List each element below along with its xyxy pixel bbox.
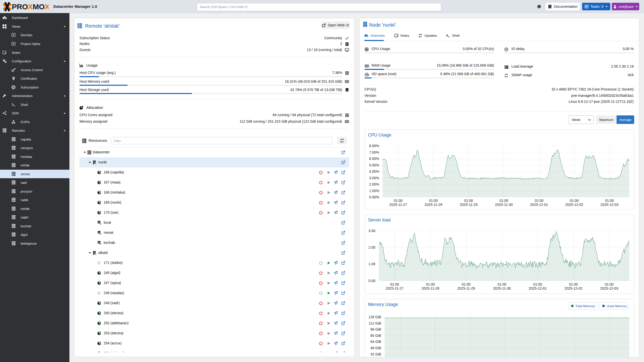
svg-text:2025-11-28: 2025-11-28	[425, 203, 442, 207]
svg-text:0.00%: 0.00%	[369, 195, 379, 199]
svg-text:0.00: 0.00	[369, 279, 375, 283]
svg-text:4.00%: 4.00%	[369, 169, 379, 173]
svg-text:01:00: 01:00	[429, 199, 438, 203]
svg-text:2025-11-30: 2025-11-30	[493, 286, 511, 290]
svg-text:128 GiB: 128 GiB	[368, 315, 381, 319]
svg-text:01:00: 01:00	[462, 282, 471, 286]
svg-text:01:00: 01:00	[499, 199, 508, 203]
svg-text:2025-11-29: 2025-11-29	[460, 203, 478, 207]
svg-text:32 GiB: 32 GiB	[370, 352, 381, 356]
svg-text:2025-11-29: 2025-11-29	[457, 286, 475, 290]
svg-text:2025-12-03: 2025-12-03	[600, 203, 619, 207]
svg-text:5.00%: 5.00%	[369, 163, 379, 167]
svg-text:3.00%: 3.00%	[369, 176, 379, 180]
svg-text:01:00: 01:00	[390, 282, 399, 286]
svg-text:64 GiB: 64 GiB	[370, 340, 381, 344]
svg-text:01:00: 01:00	[533, 282, 542, 286]
svg-text:01:00: 01:00	[605, 282, 614, 286]
svg-text:48 GiB: 48 GiB	[370, 346, 381, 350]
svg-text:01:00: 01:00	[498, 282, 506, 286]
svg-text:2.00: 2.00	[369, 245, 375, 249]
svg-text:2.00%: 2.00%	[369, 182, 379, 186]
svg-text:2025-12-02: 2025-12-02	[565, 203, 583, 207]
svg-text:2025-12-03: 2025-12-03	[600, 286, 618, 290]
svg-text:01:00: 01:00	[569, 282, 578, 286]
svg-text:01:00: 01:00	[464, 199, 473, 203]
svg-text:01:00: 01:00	[605, 199, 614, 203]
svg-text:8.00%: 8.00%	[369, 144, 379, 148]
svg-text:96 GiB: 96 GiB	[370, 327, 381, 331]
svg-text:01:00: 01:00	[570, 199, 579, 203]
svg-text:2025-11-30: 2025-11-30	[495, 203, 513, 207]
svg-text:2025-12-02: 2025-12-02	[565, 286, 583, 290]
svg-text:01:00: 01:00	[394, 199, 403, 203]
svg-text:112 GiB: 112 GiB	[369, 321, 381, 325]
svg-text:PROXMOX: PROXMOX	[12, 3, 49, 11]
svg-text:2025-11-27: 2025-11-27	[386, 286, 404, 290]
svg-text:1.00%: 1.00%	[369, 189, 379, 193]
svg-text:01:00: 01:00	[426, 282, 435, 286]
svg-text:2025-12-01: 2025-12-01	[530, 203, 548, 207]
svg-text:6.00%: 6.00%	[369, 157, 379, 161]
svg-text:3.00: 3.00	[369, 229, 375, 233]
svg-text:2025-11-27: 2025-11-27	[389, 203, 407, 207]
svg-text:7.00%: 7.00%	[369, 150, 379, 154]
svg-text:2025-12-01: 2025-12-01	[529, 286, 547, 290]
svg-text:1.00: 1.00	[369, 262, 375, 266]
svg-text:01:00: 01:00	[535, 199, 543, 203]
svg-text:2025-11-28: 2025-11-28	[422, 286, 439, 290]
svg-text:80 GiB: 80 GiB	[370, 334, 381, 338]
